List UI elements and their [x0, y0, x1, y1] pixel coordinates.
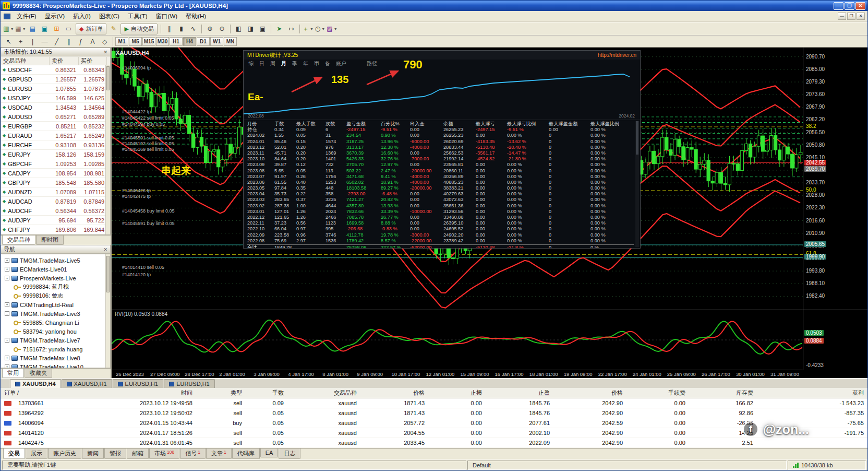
timeframe-m1-button[interactable]: M1 — [115, 37, 128, 46]
crosshair-tool[interactable]: ＋ — [15, 36, 27, 47]
market-watch-tab-交易品种[interactable]: 交易品种 — [2, 236, 35, 245]
child-restore-button[interactable]: ❐ — [847, 13, 855, 20]
price-axis[interactable]: 2090.702085.002079.302073.602067.902062.… — [803, 48, 867, 310]
time-axis[interactable]: 26 Dec 202327 Dec 09:0028 Dec 17:002 Jan… — [112, 370, 803, 378]
mtdriver-tab-日[interactable]: 日 — [259, 60, 264, 67]
navigator-item[interactable]: -ProsperoMarkets-Live — [1, 274, 110, 282]
orders-column-2[interactable]: 类型 — [196, 389, 246, 397]
new-chart-button[interactable]: ▥▼ — [3, 23, 15, 34]
menu-item-6[interactable]: 帮助(H) — [182, 11, 210, 21]
fibonacci-tool[interactable]: ƒ — [75, 36, 87, 47]
tile-horizontal-button[interactable]: ◧ — [233, 23, 245, 34]
terminal-tab-信号[interactable]: 信号1 — [180, 449, 206, 459]
zoom-in-button[interactable]: ⊕ — [204, 23, 216, 34]
order-row[interactable]: 139642922023.10.12 19:50:02sell0.05xauus… — [1, 408, 867, 418]
terminal-tab-市场[interactable]: 市场108 — [149, 449, 179, 459]
market-watch-column-2[interactable]: 买价 — [79, 57, 107, 65]
cascade-windows-button[interactable]: ▣ — [257, 23, 269, 34]
new-order-button[interactable]: ◆新订单 — [76, 23, 106, 34]
market-watch-row[interactable]: ◆GBPJPY185.548185.580 — [1, 178, 110, 187]
chart-tab-XAUUSD-H1[interactable]: XAUUSD,H1 — [62, 379, 112, 388]
market-watch-row[interactable]: ◆GBPUSD1.265571.26579 — [1, 75, 110, 84]
chart-shift-button[interactable]: ↦ — [285, 23, 297, 34]
text-tool[interactable]: A — [87, 36, 99, 47]
rvi-canvas[interactable]: RVI(10) 0.0503 0.0884 — [112, 310, 803, 370]
orders-column-5[interactable]: 价格 — [360, 389, 428, 397]
auto-scroll-button[interactable]: ➤ — [273, 23, 285, 34]
timeframe-mn-button[interactable]: MN — [224, 37, 237, 46]
market-watch-column-1[interactable]: 卖价 — [50, 57, 79, 65]
mtdriver-tab-年[interactable]: 年 — [303, 60, 308, 67]
orders-column-1[interactable]: 时间 — [79, 389, 196, 397]
timeframe-h4-button[interactable]: H4 — [183, 37, 196, 46]
orders-column-6[interactable]: 止损 — [428, 389, 486, 397]
terminal-toggle[interactable]: ▭ — [63, 23, 75, 34]
market-watch-close-icon[interactable]: ✕ — [103, 50, 107, 55]
menu-item-0[interactable]: 文件(F) — [13, 11, 41, 21]
autotrading-button[interactable]: ▶自动交易 — [120, 23, 157, 34]
menu-item-2[interactable]: 插入(I) — [69, 11, 95, 21]
mtdriver-tab-月[interactable]: 月 — [281, 60, 286, 67]
menu-item-1[interactable]: 显示(V) — [41, 11, 69, 21]
terminal-tab-展示[interactable]: 展示 — [26, 449, 47, 459]
maximize-button[interactable]: ❐ — [845, 2, 854, 10]
navigator-item[interactable]: 99998834: 蓝月槐 — [1, 282, 110, 291]
chart-tab-EURUSD-H1[interactable]: EURUSD,H1 — [164, 379, 215, 388]
market-watch-row[interactable]: ◆AUDUSD0.652710.65289 — [1, 112, 110, 122]
mtdriver-tab-path[interactable]: 路径 — [367, 60, 377, 67]
close-button[interactable]: ✕ — [855, 2, 865, 10]
mtdriver-tab-季[interactable]: 季 — [292, 60, 297, 67]
mtdriver-tab-账户[interactable]: 账户 — [336, 60, 346, 67]
orders-column-7[interactable]: 止盈 — [486, 389, 553, 397]
market-watch-row[interactable]: ◆USDCAD1.345431.34564 — [1, 103, 110, 112]
minimize-button[interactable]: — — [834, 2, 843, 10]
expand-toggle-icon[interactable]: + — [5, 258, 9, 263]
market-watch-row[interactable]: ◆EURGBP0.852110.85232 — [1, 122, 110, 131]
candle-chart-button[interactable]: ▮ — [175, 23, 187, 34]
market-watch-scrollbar[interactable] — [105, 65, 110, 234]
child-minimize-button[interactable]: — — [838, 13, 846, 20]
timeframe-h1-button[interactable]: H1 — [170, 37, 183, 46]
order-row[interactable]: 137036612023.10.12 19:49:58sell0.09xauus… — [1, 398, 867, 408]
terminal-tab-交易[interactable]: 交易 — [3, 449, 25, 459]
tile-vertical-button[interactable]: ◨ — [245, 23, 257, 34]
navigator-item[interactable]: 559885: Changnian Li — [1, 318, 110, 327]
timeframe-m5-button[interactable]: M5 — [129, 37, 142, 46]
cursor-tool[interactable]: ↖ — [3, 36, 15, 47]
hline-tool[interactable]: — — [39, 36, 51, 47]
market-watch-row[interactable]: ◆EURUSD1.078551.07873 — [1, 84, 110, 93]
expand-toggle-icon[interactable]: - — [5, 311, 9, 316]
timeframe-m30-button[interactable]: M30 — [156, 37, 169, 46]
bar-chart-button[interactable]: ∥ — [163, 23, 175, 34]
orders-column-4[interactable]: 交易品种 — [287, 389, 360, 397]
timeframe-d1-button[interactable]: D1 — [197, 37, 210, 46]
market-watch-row[interactable]: ◆EURAUD1.652171.65249 — [1, 131, 110, 140]
market-watch-row[interactable]: ◆AUDCHF0.563440.56372 — [1, 206, 110, 216]
navigator-scrollbar[interactable] — [105, 254, 110, 368]
navigator-item[interactable]: +ECMarkets-Live01 — [1, 265, 110, 274]
navigator-item[interactable]: +TMGM.TradeMax-Live8 — [1, 354, 110, 362]
trendline-tool[interactable]: ╱ — [51, 36, 63, 47]
rvi-price-axis[interactable]: 0.05030.0884-0.4233 — [803, 310, 867, 370]
zoom-out-button[interactable]: ⊖ — [216, 23, 228, 34]
mtdriver-tab-币[interactable]: 币 — [314, 60, 319, 67]
expand-toggle-icon[interactable]: + — [5, 356, 9, 360]
market-watch-row[interactable]: ◆GBPCHF1.092531.09285 — [1, 159, 110, 169]
orders-column-10[interactable]: 库存费 — [689, 389, 757, 397]
timeframe-m15-button[interactable]: M15 — [142, 37, 155, 46]
navigator-item[interactable]: 99998106: 曾志 — [1, 291, 110, 300]
orders-column-0[interactable]: 订单 / — [1, 389, 79, 397]
navigator-toggle[interactable]: ⊞ — [51, 23, 63, 34]
navigator-item[interactable]: +CXMTradingLtd-Real — [1, 300, 110, 309]
navigator-item[interactable]: +TMGM.TradeMax-Live5 — [1, 256, 110, 265]
order-row[interactable]: 140060942024.01.15 10:43:44buy0.05xauusd… — [1, 418, 867, 428]
terminal-tab-警报[interactable]: 警报 — [104, 449, 126, 459]
line-chart-button[interactable]: ∿ — [187, 23, 199, 34]
market-watch-row[interactable]: ◆AUDCAD0.878190.87849 — [1, 197, 110, 206]
terminal-tab-账户历史[interactable]: 账户历史 — [48, 449, 81, 459]
market-watch-column-0[interactable]: 交易品种 — [1, 57, 50, 65]
market-watch-row[interactable]: ◆USDCHF0.863210.86343 — [1, 65, 110, 75]
market-watch-row[interactable]: ◆EURCHF0.931080.93136 — [1, 140, 110, 150]
market-watch-row[interactable]: ◆USDJPY146.599146.625 — [1, 93, 110, 103]
data-window-toggle[interactable]: ▣ — [39, 23, 51, 34]
